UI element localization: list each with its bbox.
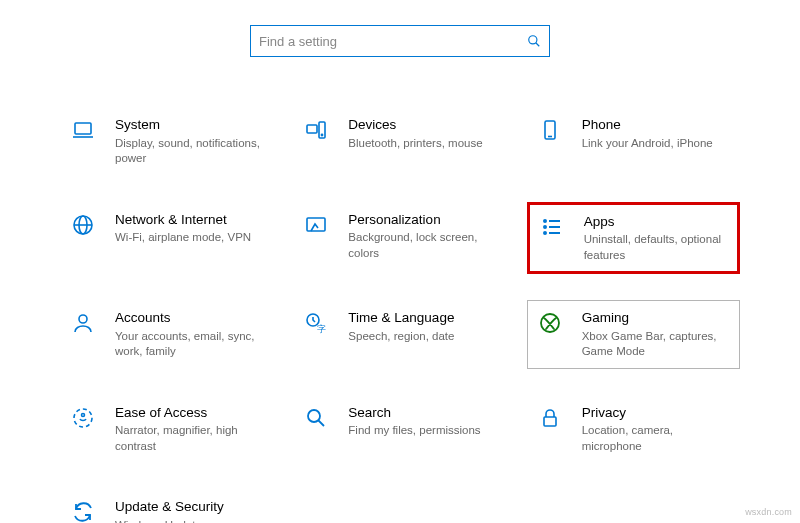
ease-icon (71, 404, 99, 455)
svg-point-25 (308, 410, 320, 422)
globe-icon (71, 211, 99, 266)
category-ease[interactable]: Ease of AccessNarrator, magnifier, high … (60, 395, 273, 464)
category-privacy[interactable]: PrivacyLocation, camera, microphone (527, 395, 740, 464)
svg-line-1 (536, 43, 540, 47)
category-desc: Narrator, magnifier, high contrast (115, 423, 262, 454)
svg-point-18 (544, 232, 546, 234)
category-title: Personalization (348, 211, 495, 229)
category-title: Apps (584, 213, 727, 231)
svg-point-23 (74, 409, 92, 427)
category-title: Accounts (115, 309, 262, 327)
search-box[interactable] (250, 25, 550, 57)
category-title: Ease of Access (115, 404, 262, 422)
time-lang-icon: 字 (304, 309, 332, 360)
svg-text:字: 字 (317, 324, 326, 334)
person-icon (71, 309, 99, 360)
phone-icon (538, 116, 566, 167)
category-title: Update & Security (115, 498, 262, 516)
category-accounts[interactable]: AccountsYour accounts, email, sync, work… (60, 300, 273, 369)
category-network[interactable]: Network & InternetWi-Fi, airplane mode, … (60, 202, 273, 275)
svg-rect-27 (544, 417, 556, 426)
category-title: System (115, 116, 262, 134)
search-icon (527, 34, 541, 48)
category-desc: Xbox Game Bar, captures, Game Mode (582, 329, 729, 360)
svg-point-24 (82, 413, 85, 416)
category-desc: Link your Android, iPhone (582, 136, 729, 152)
svg-point-19 (79, 315, 87, 323)
svg-point-17 (544, 226, 546, 228)
category-title: Devices (348, 116, 495, 134)
category-desc: Background, lock screen, colors (348, 230, 495, 261)
category-title: Privacy (582, 404, 729, 422)
category-time[interactable]: 字Time & LanguageSpeech, region, date (293, 300, 506, 369)
category-desc: Location, camera, microphone (582, 423, 729, 454)
watermark: wsxdn.com (745, 507, 792, 517)
svg-rect-4 (307, 125, 317, 133)
search-icon (304, 404, 332, 455)
list-icon (540, 213, 568, 264)
brush-icon (304, 211, 332, 266)
svg-rect-2 (75, 123, 91, 134)
search-input[interactable] (259, 34, 527, 49)
category-phone[interactable]: PhoneLink your Android, iPhone (527, 107, 740, 176)
category-title: Search (348, 404, 495, 422)
svg-point-6 (322, 134, 323, 135)
category-desc: Find my files, permissions (348, 423, 495, 439)
category-desc: Speech, region, date (348, 329, 495, 345)
category-title: Network & Internet (115, 211, 262, 229)
category-title: Phone (582, 116, 729, 134)
category-search[interactable]: SearchFind my files, permissions (293, 395, 506, 464)
category-desc: Windows Update, recovery, backup (115, 518, 262, 523)
category-title: Time & Language (348, 309, 495, 327)
category-title: Gaming (582, 309, 729, 327)
svg-point-16 (544, 220, 546, 222)
devices-icon (304, 116, 332, 167)
xbox-icon (538, 309, 566, 360)
svg-line-26 (319, 420, 325, 426)
category-desc: Your accounts, email, sync, work, family (115, 329, 262, 360)
lock-icon (538, 404, 566, 455)
category-desc: Bluetooth, printers, mouse (348, 136, 495, 152)
sync-icon (71, 498, 99, 523)
category-apps[interactable]: AppsUninstall, defaults, optional featur… (527, 202, 740, 275)
category-update[interactable]: Update & SecurityWindows Update, recover… (60, 489, 273, 523)
category-desc: Uninstall, defaults, optional features (584, 232, 727, 263)
category-desc: Display, sound, notifications, power (115, 136, 262, 167)
svg-point-0 (529, 36, 537, 44)
category-gaming[interactable]: GamingXbox Game Bar, captures, Game Mode (527, 300, 740, 369)
category-system[interactable]: SystemDisplay, sound, notifications, pow… (60, 107, 273, 176)
category-devices[interactable]: DevicesBluetooth, printers, mouse (293, 107, 506, 176)
category-personalization[interactable]: PersonalizationBackground, lock screen, … (293, 202, 506, 275)
category-desc: Wi-Fi, airplane mode, VPN (115, 230, 262, 246)
laptop-icon (71, 116, 99, 167)
